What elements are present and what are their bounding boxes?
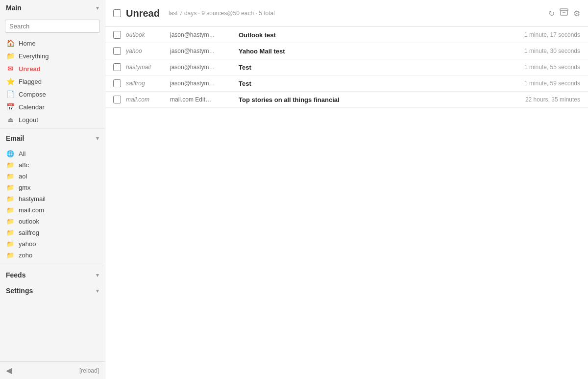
email-section-label: Email <box>6 134 24 142</box>
email-time: 22 hours, 35 minutes <box>507 96 580 103</box>
email-source: yahoo <box>126 48 165 54</box>
sidebar-item-compose[interactable]: 📄 Compose <box>0 88 105 101</box>
row-checkbox[interactable] <box>113 79 121 87</box>
email-time: 1 minute, 17 seconds <box>507 31 580 38</box>
email-item-outlook[interactable]: 📁 outlook <box>0 216 105 227</box>
email-source: mail.com <box>126 96 165 103</box>
folder-hastymail-icon: 📁 <box>6 195 15 202</box>
row-checkbox[interactable] <box>113 63 121 71</box>
header-meta: last 7 days · 9 sources@50 each · 5 tota… <box>169 10 275 17</box>
table-row[interactable]: outlook jason@hastym… Outlook test 1 min… <box>105 27 588 43</box>
folder-mailcom-icon: 📁 <box>6 206 15 214</box>
email-source: hastymail <box>126 64 165 71</box>
row-checkbox[interactable] <box>113 96 121 103</box>
email-sender: jason@hastym… <box>170 31 234 38</box>
sidebar-feeds-section[interactable]: Feeds ▾ <box>0 267 105 283</box>
collapse-button[interactable]: ◀ <box>6 366 12 375</box>
email-item-hastymail[interactable]: 📁 hastymail <box>0 193 105 204</box>
email-sender: jason@hastym… <box>170 48 234 54</box>
folder-sailfrog-icon: 📁 <box>6 229 15 236</box>
email-sailfrog-label: sailfrog <box>19 229 39 236</box>
email-mailcom-label: mail.com <box>19 206 44 214</box>
table-row[interactable]: hastymail jason@hastym… Test 1 minute, 5… <box>105 59 588 76</box>
sidebar-main-label: Main <box>6 4 22 12</box>
email-source: sailfrog <box>126 80 165 87</box>
sidebar-item-home[interactable]: 🏠 Home <box>0 37 105 50</box>
reload-link[interactable]: [reload] <box>79 367 99 374</box>
logout-label: Logout <box>19 116 38 124</box>
table-row[interactable]: mail.com mail.com Edit… Top stories on a… <box>105 92 588 108</box>
email-item-sailfrog[interactable]: 📁 sailfrog <box>0 227 105 238</box>
folder-aol-icon: 📁 <box>6 173 15 180</box>
email-accounts: 🌐 All 📁 a8c 📁 aol 📁 gmx 📁 hastymail 📁 ma… <box>0 146 105 263</box>
email-time: 1 minute, 55 seconds <box>507 64 580 71</box>
email-all-label: All <box>19 150 25 157</box>
email-subject: Test <box>239 80 502 87</box>
calendar-label: Calendar <box>19 103 45 111</box>
sidebar-item-everything[interactable]: 📁 Everything <box>0 50 105 62</box>
mail-icon: ✉ <box>6 65 15 73</box>
email-aol-label: aol <box>19 173 27 180</box>
divider-2 <box>0 265 105 265</box>
email-item-mailcom[interactable]: 📁 mail.com <box>0 204 105 216</box>
email-yahoo-label: yahoo <box>19 240 36 248</box>
table-row[interactable]: yahoo jason@hastym… Yahoo Mail test 1 mi… <box>105 43 588 59</box>
folder-zoho-icon: 📁 <box>6 252 15 259</box>
table-row[interactable]: sailfrog jason@hastym… Test 1 minute, 59… <box>105 76 588 92</box>
email-sender: jason@hastym… <box>170 64 234 71</box>
logout-icon: ⏏ <box>6 116 15 124</box>
folder-yahoo-icon: 📁 <box>6 240 15 248</box>
email-item-a8c[interactable]: 📁 a8c <box>0 159 105 171</box>
refresh-icon[interactable]: ↻ <box>548 9 555 18</box>
feeds-chevron-icon: ▾ <box>96 272 99 278</box>
email-item-zoho[interactable]: 📁 zoho <box>0 250 105 261</box>
email-zoho-label: zoho <box>19 252 32 259</box>
sidebar-item-logout[interactable]: ⏏ Logout <box>0 113 105 126</box>
email-item-gmx[interactable]: 📁 gmx <box>0 182 105 193</box>
email-outlook-label: outlook <box>19 218 39 225</box>
email-subject: Top stories on all things financial <box>239 96 502 103</box>
select-all-checkbox[interactable] <box>113 9 121 17</box>
email-subject: Outlook test <box>239 31 502 39</box>
unread-label: Unread <box>19 65 41 73</box>
main-nav: 🏠 Home 📁 Everything ✉ Unread ⭐ Flagged 📄… <box>0 37 105 126</box>
email-a8c-label: a8c <box>19 161 29 169</box>
search-input[interactable] <box>5 20 100 33</box>
feeds-section-label: Feeds <box>6 271 25 279</box>
sidebar-item-unread[interactable]: ✉ Unread <box>0 62 105 75</box>
globe-icon: 🌐 <box>6 150 15 157</box>
email-chevron-icon: ▾ <box>96 135 99 142</box>
sidebar-item-calendar[interactable]: 📅 Calendar <box>0 101 105 113</box>
main-header: Unread last 7 days · 9 sources@50 each ·… <box>105 0 588 27</box>
email-item-aol[interactable]: 📁 aol <box>0 171 105 182</box>
archive-icon[interactable] <box>560 8 568 18</box>
calendar-icon: 📅 <box>6 103 15 111</box>
row-checkbox[interactable] <box>113 31 121 39</box>
folder-icon: 📁 <box>6 52 15 60</box>
email-subject: Test <box>239 64 502 71</box>
compose-label: Compose <box>19 91 46 98</box>
star-icon: ⭐ <box>6 77 15 85</box>
sidebar: Main ▾ 🏠 Home 📁 Everything ✉ Unread ⭐ Fl… <box>0 0 105 379</box>
email-gmx-label: gmx <box>19 184 31 191</box>
folder-gmx-icon: 📁 <box>6 184 15 191</box>
search-container <box>0 16 105 37</box>
row-checkbox[interactable] <box>113 47 121 55</box>
settings-chevron-icon: ▾ <box>96 288 99 294</box>
settings-icon[interactable]: ⚙ <box>573 9 580 18</box>
email-sender: mail.com Edit… <box>170 96 234 103</box>
sidebar-email-section[interactable]: Email ▾ <box>0 130 105 146</box>
sidebar-item-flagged[interactable]: ⭐ Flagged <box>0 75 105 88</box>
email-source: outlook <box>126 31 165 38</box>
email-time: 1 minute, 59 seconds <box>507 80 580 87</box>
email-subject: Yahoo Mail test <box>239 48 502 55</box>
compose-icon: 📄 <box>6 90 15 98</box>
header-actions: ↻ ⚙ <box>548 8 580 18</box>
sidebar-main-section[interactable]: Main ▾ <box>0 0 105 16</box>
main-chevron-icon: ▾ <box>96 5 99 11</box>
email-item-all[interactable]: 🌐 All <box>0 148 105 159</box>
folder-a8c-icon: 📁 <box>6 161 15 169</box>
email-item-yahoo[interactable]: 📁 yahoo <box>0 238 105 250</box>
sidebar-settings-section[interactable]: Settings ▾ <box>0 283 105 299</box>
divider-1 <box>0 128 105 128</box>
